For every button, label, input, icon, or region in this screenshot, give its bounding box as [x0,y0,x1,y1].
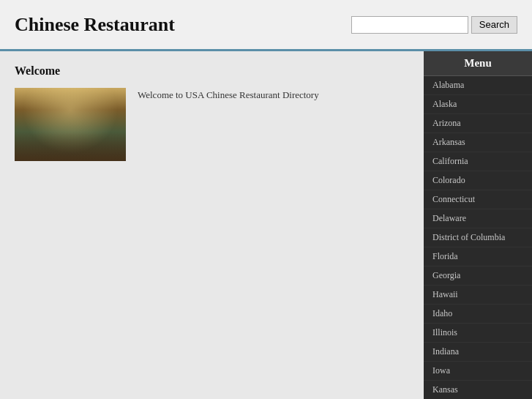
main-wrapper: Welcome Welcome to USA Chinese Restauran… [0,51,532,399]
sidebar-item[interactable]: Alaska [424,95,532,114]
restaurant-image [15,88,126,161]
sidebar-item[interactable]: Hawaii [424,286,532,305]
welcome-text: Welcome to USA Chinese Restaurant Direct… [138,88,319,101]
sidebar-title: Menu [424,51,532,76]
sidebar-item[interactable]: Connecticut [424,190,532,209]
sidebar-item[interactable]: Kansas [424,381,532,399]
site-title: Chinese Restaurant [15,14,175,36]
sidebar-item[interactable]: Delaware [424,209,532,228]
sidebar-item[interactable]: Georgia [424,266,532,286]
search-input[interactable] [351,16,468,34]
sidebar-item[interactable]: Colorado [424,171,532,190]
search-button[interactable]: Search [471,16,517,34]
sidebar-item[interactable]: Idaho [424,305,532,324]
sidebar-item[interactable]: Arkansas [424,133,532,152]
search-form: Search [351,16,517,34]
sidebar-item[interactable]: Iowa [424,362,532,381]
welcome-body: Welcome to USA Chinese Restaurant Direct… [15,88,409,161]
content-area: Welcome Welcome to USA Chinese Restauran… [0,51,424,399]
welcome-heading: Welcome [15,64,409,78]
sidebar-item[interactable]: Florida [424,247,532,266]
sidebar-item[interactable]: California [424,152,532,171]
site-header: Chinese Restaurant Search [0,0,532,51]
sidebar: Menu AlabamaAlaskaArizonaArkansasCalifor… [424,51,532,399]
sidebar-item[interactable]: Indiana [424,343,532,362]
sidebar-items: AlabamaAlaskaArizonaArkansasCaliforniaCo… [424,76,532,399]
sidebar-item[interactable]: Illinois [424,324,532,343]
sidebar-item[interactable]: Arizona [424,114,532,133]
sidebar-item[interactable]: Alabama [424,76,532,95]
sidebar-item[interactable]: District of Columbia [424,228,532,247]
